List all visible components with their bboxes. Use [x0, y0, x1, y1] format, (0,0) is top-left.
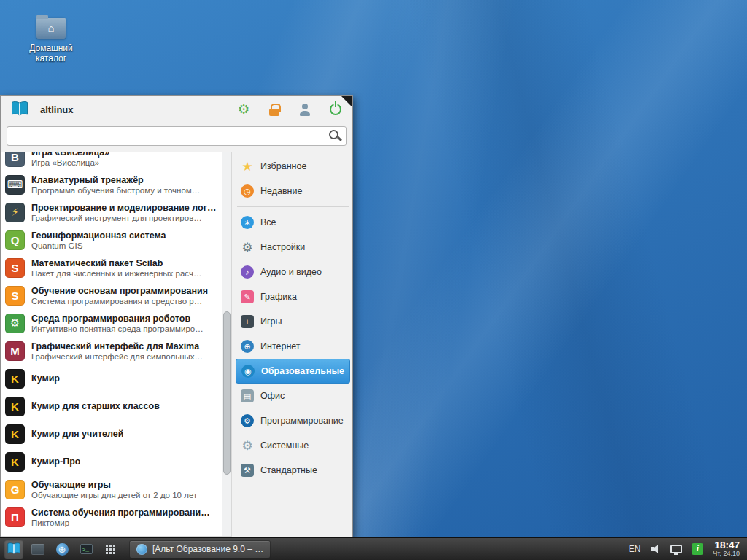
logic-design-icon: ⚡	[5, 203, 25, 222]
app-subtitle: Пиктомир	[31, 518, 210, 527]
category-item[interactable]: ⚙ Программирование	[236, 408, 350, 433]
internet-icon: ⊕	[241, 340, 254, 353]
app-list-item[interactable]: K Кумир для старших классов	[1, 392, 222, 420]
web-browser-icon[interactable]: ⊕	[53, 540, 71, 559]
lock-screen-icon[interactable]	[266, 101, 282, 117]
menu-header-actions: ⚙	[236, 101, 344, 117]
app-pane: В Игра «Виселица» Игра «Виселица» ⌨ Клав…	[1, 152, 232, 537]
category-item[interactable]: ◷ Недавние	[236, 179, 350, 203]
app-list-item[interactable]: G Обучающие игры Обучающие игры для дете…	[1, 475, 222, 503]
search-input[interactable]	[7, 126, 347, 146]
kumir-icon: K	[5, 369, 25, 389]
settings-manager-icon[interactable]: ⚙	[236, 101, 252, 117]
programming-icon: ⚙	[241, 414, 254, 427]
scratch-icon: S	[5, 286, 25, 306]
file-manager-icon[interactable]	[28, 540, 47, 559]
scilab-icon: S	[5, 258, 25, 278]
category-item[interactable]: ∗ Все	[236, 210, 350, 235]
system-tray: EN i 18:47 Чт, 24.10	[629, 540, 743, 559]
category-item[interactable]: ⚒ Стандартные	[236, 458, 350, 483]
app-subtitle: Графический интерфейс для символьных…	[31, 352, 203, 361]
category-label: Игры	[260, 316, 282, 327]
home-folder-icon: ⌂	[36, 18, 66, 39]
category-label: Недавние	[260, 186, 302, 196]
app-list-item[interactable]: ⚡ Проектирование и моделирование лог… Гр…	[1, 198, 222, 226]
switch-user-icon[interactable]	[297, 101, 313, 117]
category-item[interactable]: ★ Избранное	[236, 154, 350, 179]
window-app-icon	[136, 544, 147, 555]
app-list: В Игра «Виселица» Игра «Виселица» ⌨ Клав…	[1, 152, 222, 536]
category-label: Стандартные	[260, 465, 317, 475]
keyboard-layout-indicator[interactable]: EN	[629, 544, 641, 554]
app-list-item[interactable]: S Математический пакет Scilab Пакет для …	[1, 254, 222, 281]
clock[interactable]: 18:47 Чт, 24.10	[713, 540, 740, 559]
app-title: Система обучения программировани…	[31, 508, 210, 518]
category-item[interactable]: ⚙ Настройки	[236, 235, 350, 260]
house-glyph-icon: ⌂	[47, 23, 54, 34]
display-icon[interactable]	[670, 545, 682, 553]
desktop-icon-label: Домашний каталог	[20, 43, 82, 64]
app-list-item[interactable]: ⚙ Среда программирования роботов Интуити…	[1, 309, 222, 337]
category-label: Офис	[260, 391, 285, 401]
app-list-item[interactable]: Q Геоинформационная система Quantum GIS	[1, 226, 222, 254]
menu-header: altlinux ⚙	[1, 96, 352, 123]
recent-clock-icon: ◷	[241, 184, 254, 198]
terminal-icon[interactable]: >_	[77, 540, 96, 559]
altlinux-logo-icon	[6, 541, 22, 557]
desktop-icon-home[interactable]: ⌂ Домашний каталог	[20, 18, 82, 64]
scrollbar-track[interactable]	[222, 152, 231, 536]
applications-menu-button[interactable]	[4, 540, 23, 559]
app-subtitle: Система программирования и средство р…	[31, 297, 208, 306]
app-list-item[interactable]: K Кумир	[1, 365, 222, 392]
taskbar-window-button[interactable]: [Альт Образование 9.0 – …	[129, 540, 271, 559]
app-title: Проектирование и моделирование лог…	[31, 203, 216, 213]
category-item[interactable]: ⊕ Интернет	[236, 334, 350, 359]
kumir-pro-icon: K	[5, 452, 25, 472]
category-label: Интернет	[260, 341, 301, 351]
app-title: Клавиатурный тренажёр	[31, 175, 200, 185]
kumir-senior-icon: K	[5, 397, 25, 416]
menu-resize-grip[interactable]	[341, 96, 352, 107]
app-title: Математический пакет Scilab	[31, 258, 201, 268]
category-label: Все	[260, 217, 276, 228]
altlinux-logo-icon	[9, 99, 30, 120]
hangman-game-icon: В	[5, 152, 25, 167]
app-list-item[interactable]: ⌨ Клавиатурный тренажёр Программа обучен…	[1, 171, 222, 198]
scrollbar-thumb[interactable]	[223, 311, 231, 475]
app-list-item[interactable]: K Кумир для учителей	[1, 420, 222, 448]
taskbar-panel: ⊕ >_ [Альт Образование 9.0 – … EN i 18:4…	[0, 537, 747, 560]
category-label: Системные	[260, 440, 309, 451]
category-item[interactable]: ⚙ Системные	[236, 433, 350, 458]
education-icon: ◉	[241, 365, 255, 378]
app-subtitle: Интуитивно понятная среда программиро…	[31, 324, 204, 333]
volume-icon[interactable]	[650, 543, 661, 554]
category-item[interactable]: + Игры	[236, 309, 350, 334]
app-list-item[interactable]: M Графический интерфейс для Maxima Графи…	[1, 337, 222, 365]
category-label: Настройки	[260, 242, 305, 252]
category-item[interactable]: ✎ Графика	[236, 284, 350, 309]
applications-menu-popup: altlinux ⚙ В Игра «Виселица» Игра «Висел…	[0, 95, 353, 537]
info-icon[interactable]: i	[692, 543, 703, 555]
app-list-item[interactable]: S Обучение основам программирования Сист…	[1, 281, 222, 309]
accessories-icon: ⚒	[241, 464, 254, 477]
app-list-item[interactable]: K Кумир-Про	[1, 448, 222, 475]
app-subtitle: Обучающие игры для детей от 2 до 10 лет	[31, 491, 197, 499]
clock-time: 18:47	[713, 540, 740, 551]
app-list-item[interactable]: П Система обучения программировани… Пикт…	[1, 503, 222, 531]
app-title: Среда программирования роботов	[31, 314, 204, 324]
category-item[interactable]: ◉ Образовательные	[236, 359, 350, 384]
app-subtitle: Пакет для численных и инженерных расч…	[31, 269, 201, 278]
gcompris-icon: G	[5, 480, 25, 499]
keyboard-trainer-icon: ⌨	[5, 175, 25, 195]
app-title: Обучение основам программирования	[31, 286, 208, 296]
category-item[interactable]: ♪ Аудио и видео	[236, 260, 350, 284]
app-list-inner: В Игра «Виселица» Игра «Виселица» ⌨ Клав…	[1, 152, 222, 531]
app-list-item[interactable]: В Игра «Виселица» Игра «Виселица»	[1, 152, 222, 171]
category-label: Графика	[260, 292, 297, 302]
workspace-grid-icon[interactable]	[101, 540, 120, 559]
piktomir-icon: П	[5, 508, 25, 527]
app-title: Кумир для старших классов	[31, 401, 160, 411]
category-item[interactable]: ▤ Офис	[236, 384, 350, 408]
app-title: Обучающие игры	[31, 480, 197, 490]
app-title: Кумир	[31, 373, 60, 384]
